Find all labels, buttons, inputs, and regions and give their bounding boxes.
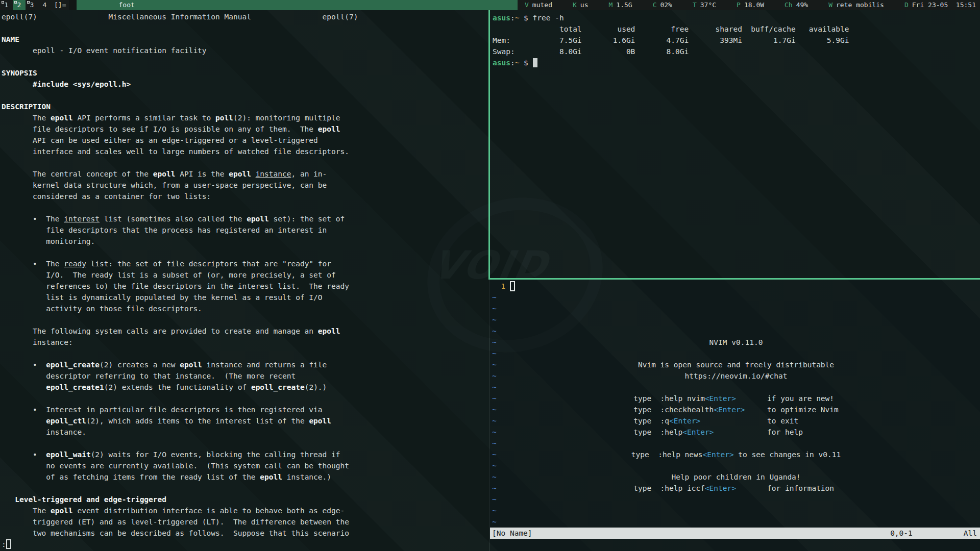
text-segment: • [2,361,46,369]
sway-status-bar: 1234 []= foot VmutedKusM1.5GC02%T37°CP18… [0,0,980,10]
nvim-intro-line: Help poor children in Uganda! [492,471,980,483]
text-segment: epoll_create [46,361,100,369]
text-segment: of as fetching items from the ready list… [2,473,260,481]
prompt-dollar: $ [519,59,532,67]
nvim-row: ~ [492,348,980,359]
nvim-row: 1 [492,281,980,292]
man-line: monitoring. [2,236,489,247]
status-key: T [693,1,697,9]
text-segment: NVIM v0.11.0 [709,338,763,346]
nvim-inactive-cursor [510,281,515,291]
nvim-row: ~ [492,314,980,325]
status-value: Fri 23-05 15:51 [912,1,976,9]
text-segment: The central concept of the [2,170,153,178]
text-segment [2,495,15,504]
active-cursor [533,58,537,67]
text-segment [2,383,46,391]
nvim-row: ~ [492,516,980,528]
text-segment: ready [64,260,86,268]
nvim-ruler: 0,0-1 [890,528,913,539]
status-key: D [904,1,909,9]
nvim-line-number: 1 [492,282,510,290]
man-line: #include <sys/epoll.h> [2,79,489,90]
text-segment: monitoring. [2,237,95,245]
nvim-intro-line: type :q<Enter> to exit [492,415,980,427]
status-value: 18.0W [744,1,764,9]
man-line: file descriptors that the process has re… [2,224,489,236]
text-segment: <Enter> [705,484,736,492]
nvim-intro-line: type :checkhealth<Enter> to optimize Nvi… [492,404,980,415]
nvim-intro-line: type :help nvim<Enter> if you are new! [492,393,980,404]
text-segment: considered as a container for two lists: [2,192,211,201]
text-segment: type :help nvim [633,394,705,403]
terminal-neovim[interactable]: 1 ~~~~~NVIM v0.11.0~~Nvim is open source… [490,280,980,551]
text-segment: list is dynamically populated by the ker… [2,293,323,302]
command-text: free -h [533,14,564,22]
workspace-button-1[interactable]: 1 [0,0,13,10]
text-segment: (2) creates a new [100,361,180,369]
man-line: The central concept of the epoll API is … [2,168,489,180]
nvim-row: ~ [492,292,980,303]
text-segment: epoll [51,507,73,515]
terminal-shell[interactable]: asus:~ $ free -h total used free shared … [490,10,980,278]
text-segment: epoll_wait [46,450,90,459]
nvim-cmdline [490,539,980,550]
text-segment: Level-triggered and edge-triggered [15,495,166,504]
status-key: M [608,1,612,9]
text-segment: <Enter> [714,406,745,414]
status-item-w: Wrete mobilis [828,0,884,10]
text-segment: API can be used either as an edge-trigge… [2,136,318,144]
prompt-colon: : [510,59,515,67]
text-segment: epoll [260,473,282,481]
workspace-button-2[interactable]: 2 [13,0,26,10]
text-segment: triggered (ET) and as level-triggered (L… [2,518,349,526]
man-line [2,56,489,67]
workspace-button-4[interactable]: 4 [38,0,51,10]
nvim-row: ~type :q<Enter> to exit [492,415,980,427]
man-line: no events are currently available. (This… [2,460,489,471]
text-segment: event distribution interface is able to … [73,507,345,515]
text-segment: I/O. The ready list is a subset of (or, … [2,271,336,279]
workspace-button-3[interactable]: 3 [26,0,38,10]
man-line: epoll_ctl(2), which adds items to the in… [2,415,489,427]
workspace-occupied-dot [27,1,30,4]
text-segment: epoll [180,361,202,369]
man-line: epoll - I/O event notification facility [2,45,489,56]
focused-window-title: foot [77,0,518,10]
nvim-filename: [No Name] [492,528,532,539]
status-key: P [737,1,741,9]
man-line: The epoll API performs a similar task to… [2,112,489,123]
terminal-man-epoll[interactable]: epoll(7) Miscellaneous Information Manua… [0,10,489,551]
man-line: instance: [2,337,489,348]
status-key: Ch [785,1,793,9]
nvim-row: ~ [492,303,980,314]
text-segment: list: the set of file descriptors that a… [86,260,331,268]
desktop: VOID 1234 []= foot VmutedKusM1.5GC02%T37… [0,0,980,551]
nvim-row: ~ [492,494,980,505]
text-segment: descriptor referring to that instance. (… [2,372,296,380]
nvim-intro-line: type :help news<Enter> to see changes in… [492,449,980,460]
man-line: Level-triggered and edge-triggered [2,494,489,505]
text-segment: for help [714,428,838,436]
man-line: API can be used either as an edge-trigge… [2,135,489,146]
prompt-host: asus [493,59,510,67]
nvim-row: ~type :help nvim<Enter> if you are new! [492,393,980,404]
workspace-occupied-dot [14,1,17,4]
text-segment: https://neovim.io/#chat [685,372,788,380]
free-output: total used free shared buff/cache availa… [493,23,980,57]
text-segment: epoll [309,417,331,425]
status-item-t: T37°C [693,0,716,10]
nvim-row: ~Help poor children in Uganda! [492,471,980,483]
text-segment [2,417,46,425]
text-segment: The following system calls are provided … [2,327,318,335]
text-segment: epoll [247,215,269,223]
text-segment: for information [736,484,839,492]
nvim-intro-line: Nvim is open source and freely distribut… [492,359,980,370]
nvim-row: ~type :help iccf<Enter> for information [492,483,980,494]
text-segment: no events are currently available. (This… [2,462,349,470]
nvim-tilde: ~ [492,439,497,447]
nvim-tilde: ~ [492,293,497,302]
text-segment: set): the set of [269,215,345,223]
text-segment: type :help news [631,450,703,459]
nvim-tilde: ~ [492,495,497,504]
